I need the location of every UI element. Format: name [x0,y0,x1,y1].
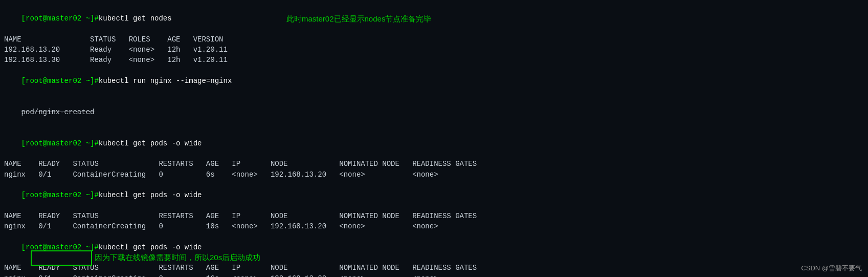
terminal: [root@master02 ~]#kubectl get nodes NAME… [0,0,868,277]
line-11: NAME READY STATUS RESTARTS AGE IP NODE N… [4,211,864,221]
cmd-7: kubectl get pods -o wide [99,139,202,147]
cmd-5: kubectl run nginx --image=nginx [99,77,232,85]
line-8: NAME READY STATUS RESTARTS AGE IP NODE N… [4,159,864,169]
line-14: NAME READY STATUS RESTARTS AGE IP NODE N… [4,263,864,273]
cmd-13: kubectl get pods -o wide [99,243,202,251]
line-15: nginx 0/1 ContainerCreating 0 16s <none>… [4,273,864,277]
prompt-10: [root@master02 ~]# [21,191,99,199]
prompt-7: [root@master02 ~]# [21,139,99,147]
line-12: nginx 0/1 ContainerCreating 0 10s <none>… [4,221,864,231]
prompt-1: [root@master02 ~]# [21,14,99,23]
pod-created-text: pod/nginx-created [21,108,95,116]
cmd-1: kubectl get nodes [99,14,172,23]
line-6: pod/nginx-created [4,97,864,128]
line-9: nginx 0/1 ContainerCreating 0 6s <none> … [4,169,864,180]
annotation-box [31,250,92,266]
line-3: 192.168.13.20 Ready <none> 12h v1.20.11 [4,45,864,55]
line-2: NAME STATUS ROLES AGE VERSION [4,34,864,45]
prompt-5: [root@master02 ~]# [21,77,99,85]
cmd-10: kubectl get pods -o wide [99,191,202,199]
line-4: 192.168.13.30 Ready <none> 12h v1.20.11 [4,55,864,65]
annotation-bottom: 因为下载在线镜像需要时间，所以20s后启动成功 [95,253,260,263]
annotation-top: 此时master02已经显示nodes节点准备完毕 [286,14,431,24]
line-7: [root@master02 ~]#kubectl get pods -o wi… [4,128,864,159]
line-10: [root@master02 ~]#kubectl get pods -o wi… [4,180,864,211]
watermark: CSDN @雪碧不要气 [801,264,862,273]
line-1: [root@master02 ~]#kubectl get nodes [4,3,864,34]
line-5: [root@master02 ~]#kubectl run nginx --im… [4,66,864,97]
